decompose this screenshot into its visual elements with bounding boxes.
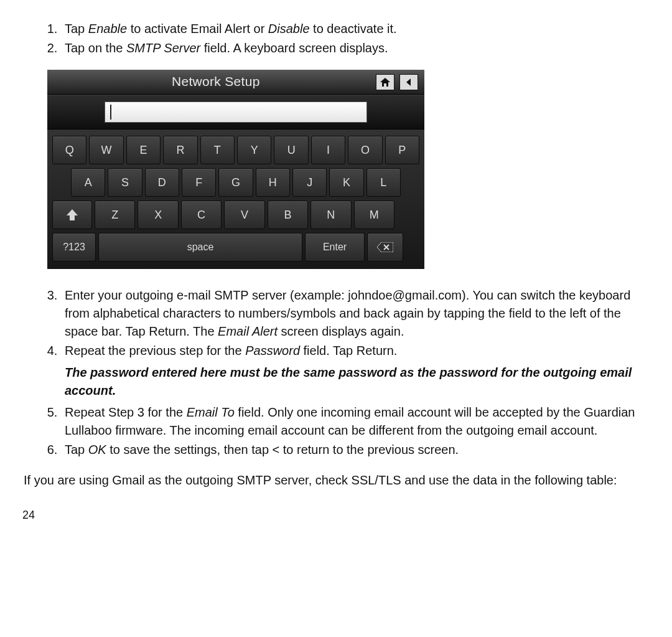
smtp-server-input[interactable] bbox=[105, 101, 367, 123]
key-i[interactable]: I bbox=[311, 136, 345, 164]
step-5: Repeat Step 3 for the Email To field. On… bbox=[61, 403, 650, 440]
step-4: Repeat the previous step for the Passwor… bbox=[61, 342, 650, 400]
titlebar: Network Setup bbox=[47, 70, 424, 95]
step-6: Tap OK to save the settings, then tap < … bbox=[61, 441, 650, 459]
key-w[interactable]: W bbox=[89, 136, 123, 164]
keyboard-row-3: Z X C V B N M bbox=[52, 201, 419, 229]
back-icon[interactable] bbox=[399, 74, 418, 90]
closing-paragraph: If you are using Gmail as the outgoing S… bbox=[22, 471, 650, 489]
input-row bbox=[47, 95, 424, 130]
keyboard-screenshot: Network Setup Q W E R T Y U I O P A bbox=[47, 70, 424, 269]
key-n[interactable]: N bbox=[310, 201, 351, 229]
key-z[interactable]: Z bbox=[95, 201, 135, 229]
step-2: Tap on the SMTP Server field. A keyboard… bbox=[61, 39, 650, 57]
key-backspace[interactable] bbox=[367, 233, 403, 262]
key-enter[interactable]: Enter bbox=[305, 233, 365, 262]
steps-top: Tap Enable to activate Email Alert or Di… bbox=[22, 20, 650, 57]
key-h[interactable]: H bbox=[256, 168, 290, 197]
key-u[interactable]: U bbox=[274, 136, 308, 164]
keyboard-row-2: A S D F G H J K L bbox=[52, 168, 419, 197]
keyboard-row-1: Q W E R T Y U I O P bbox=[52, 136, 419, 164]
screen-title: Network Setup bbox=[172, 72, 260, 91]
page-number: 24 bbox=[22, 507, 650, 523]
key-e[interactable]: E bbox=[126, 136, 161, 164]
keyboard: Q W E R T Y U I O P A S D F G H J K L bbox=[47, 130, 424, 269]
key-j[interactable]: J bbox=[292, 168, 327, 197]
key-space[interactable]: space bbox=[98, 233, 302, 262]
keyboard-row-4: ?123 space Enter bbox=[52, 233, 419, 262]
key-p[interactable]: P bbox=[385, 136, 419, 164]
step-3: Enter your outgoing e-mail SMTP server (… bbox=[61, 286, 650, 341]
key-a[interactable]: A bbox=[71, 168, 105, 197]
home-icon[interactable] bbox=[376, 74, 394, 90]
key-b[interactable]: B bbox=[268, 201, 308, 229]
key-c[interactable]: C bbox=[181, 201, 222, 229]
steps-bottom: Enter your outgoing e-mail SMTP server (… bbox=[22, 286, 650, 459]
key-f[interactable]: F bbox=[182, 168, 216, 197]
backspace-icon bbox=[377, 242, 393, 252]
password-note: The password entered here must be the sa… bbox=[65, 364, 650, 400]
text-cursor bbox=[110, 105, 111, 120]
key-shift[interactable] bbox=[52, 201, 92, 229]
key-x[interactable]: X bbox=[138, 201, 178, 229]
key-r[interactable]: R bbox=[163, 136, 197, 164]
key-num-toggle[interactable]: ?123 bbox=[52, 233, 96, 262]
key-d[interactable]: D bbox=[145, 168, 179, 197]
key-t[interactable]: T bbox=[200, 136, 235, 164]
key-l[interactable]: L bbox=[366, 168, 401, 197]
key-o[interactable]: O bbox=[348, 136, 382, 164]
key-q[interactable]: Q bbox=[52, 136, 86, 164]
key-k[interactable]: K bbox=[329, 168, 363, 197]
key-y[interactable]: Y bbox=[237, 136, 271, 164]
key-g[interactable]: G bbox=[218, 168, 253, 197]
key-m[interactable]: M bbox=[354, 201, 394, 229]
step-1: Tap Enable to activate Email Alert or Di… bbox=[61, 20, 650, 38]
key-v[interactable]: V bbox=[224, 201, 264, 229]
key-s[interactable]: S bbox=[108, 168, 142, 197]
shift-icon bbox=[66, 209, 78, 220]
